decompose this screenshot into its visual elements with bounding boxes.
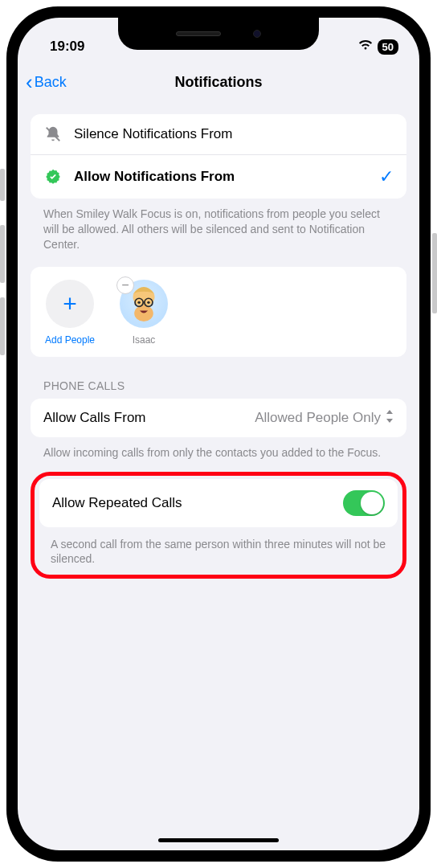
svg-point-6 xyxy=(137,301,140,303)
side-button-silence xyxy=(0,169,5,201)
add-people-button[interactable]: + Add People xyxy=(42,280,98,346)
notifications-mode-group: Silence Notifications From Allow Notific… xyxy=(31,114,406,199)
calls-description: Allow incoming calls from only the conta… xyxy=(31,437,406,461)
back-button[interactable]: ‹ Back xyxy=(26,72,67,92)
page-title: Notifications xyxy=(174,74,262,91)
side-button-volume-down xyxy=(0,297,5,355)
home-indicator[interactable] xyxy=(158,838,279,842)
repeated-toggle[interactable] xyxy=(343,490,385,516)
nav-bar: ‹ Back Notifications xyxy=(18,64,419,100)
device-notch xyxy=(118,18,319,50)
side-button-volume-up xyxy=(0,225,5,283)
allow-description: When Smiley Walk Focus is on, notificati… xyxy=(31,199,406,252)
back-label: Back xyxy=(35,74,67,91)
phone-calls-header: PHONE CALLS xyxy=(31,357,406,399)
repeated-description: A second call from the same person withi… xyxy=(38,527,399,567)
svg-point-7 xyxy=(147,301,149,303)
plus-icon: + xyxy=(63,292,77,316)
repeated-label: Allow Repeated Calls xyxy=(52,495,332,511)
allow-label: Allow Notifications From xyxy=(74,169,368,185)
wifi-icon xyxy=(358,39,373,55)
remove-person-button[interactable]: − xyxy=(116,276,134,294)
side-button-power xyxy=(432,233,437,313)
silence-label: Silence Notifications From xyxy=(74,126,394,142)
checkmark-icon: ✓ xyxy=(379,166,394,187)
silence-notifications-row[interactable]: Silence Notifications From xyxy=(31,114,406,154)
allow-calls-card: Allow Calls From Allowed People Only xyxy=(31,399,406,437)
allow-calls-from-row[interactable]: Allow Calls From Allowed People Only xyxy=(31,399,406,437)
allowed-people-card: + Add People − xyxy=(31,267,406,357)
chevron-back-icon: ‹ xyxy=(26,72,33,92)
calls-from-value: Allowed People Only xyxy=(255,410,381,426)
selector-icon xyxy=(386,410,394,425)
avatar: − xyxy=(120,280,168,328)
calls-from-label: Allow Calls From xyxy=(43,410,243,426)
verified-badge-icon xyxy=(43,169,63,185)
battery-indicator: 50 xyxy=(378,39,398,55)
bell-slash-icon xyxy=(43,125,63,143)
svg-point-2 xyxy=(134,305,153,321)
person-name: Isaac xyxy=(133,334,156,346)
status-time: 19:09 xyxy=(50,39,84,55)
allow-repeated-calls-row[interactable]: Allow Repeated Calls xyxy=(39,479,398,527)
add-people-label: Add People xyxy=(45,334,95,346)
allow-notifications-row[interactable]: Allow Notifications From ✓ xyxy=(31,154,406,199)
annotation-highlight: Allow Repeated Calls A second call from … xyxy=(31,472,406,579)
person-isaac[interactable]: − xyxy=(116,280,172,346)
